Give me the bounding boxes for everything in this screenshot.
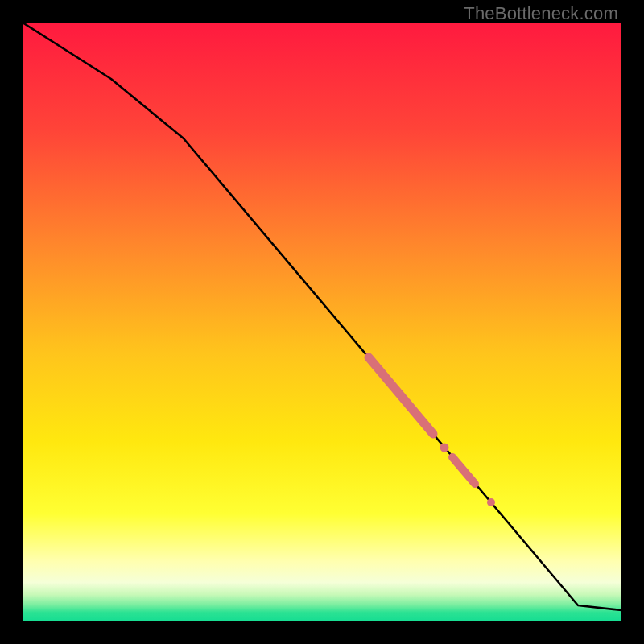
plot-svg <box>23 23 621 621</box>
gradient-background <box>23 23 621 621</box>
highlight-dot-d <box>487 498 495 506</box>
chart-frame: TheBottleneck.com <box>0 0 644 644</box>
highlight-dot-b <box>440 444 449 452</box>
plot-area <box>23 23 621 621</box>
watermark-text: TheBottleneck.com <box>464 3 618 24</box>
